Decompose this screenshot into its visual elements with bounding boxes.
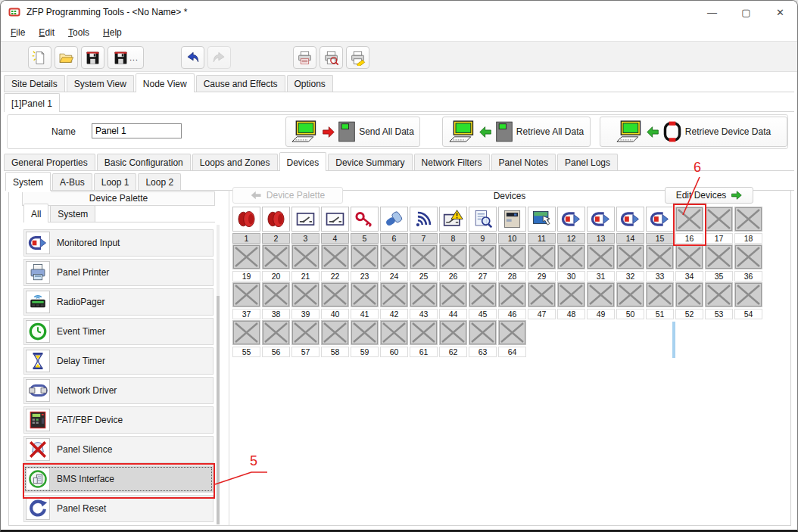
device-cell-42[interactable]: 42 [380, 282, 408, 319]
tab-devices[interactable]: Devices [279, 152, 327, 171]
device-cell-7[interactable]: 7 [410, 207, 438, 244]
device-cell-39[interactable]: 39 [291, 282, 320, 319]
device-cell-50[interactable]: 50 [616, 282, 644, 319]
menu-tools[interactable]: Tools [61, 25, 96, 40]
palette-tab-system[interactable]: System [50, 205, 95, 222]
tab-panel-notes[interactable]: Panel Notes [491, 154, 556, 171]
palette-item-monitored-input[interactable]: Monitored Input [23, 229, 214, 257]
tab-a-bus[interactable]: A-Bus [52, 173, 92, 191]
device-cell-58[interactable]: 58 [321, 320, 349, 357]
tab-system[interactable]: System [5, 172, 51, 191]
print-preview-button[interactable] [320, 46, 343, 69]
device-cell-15[interactable]: 15 [646, 207, 674, 244]
device-cell-40[interactable]: 40 [321, 282, 349, 319]
device-cell-45[interactable]: 45 [469, 282, 497, 319]
device-cell-62[interactable]: 62 [439, 320, 467, 357]
device-cell-8[interactable]: 8 [439, 207, 467, 244]
device-cell-21[interactable]: 21 [291, 244, 320, 282]
tab-loop-1[interactable]: Loop 1 [94, 173, 137, 191]
device-cell-9[interactable]: 9 [469, 207, 497, 244]
device-cell-57[interactable]: 57 [291, 320, 320, 357]
menu-file[interactable]: File [4, 25, 32, 40]
retrieve-all-data-button[interactable]: Retrieve All Data [442, 117, 591, 147]
tab-network-filters[interactable]: Network Filters [414, 154, 490, 171]
tab-loops-and-zones[interactable]: Loops and Zones [192, 154, 278, 171]
palette-item-event-timer[interactable]: Event Timer [23, 318, 214, 345]
retrieve-device-data-button[interactable]: Retrieve Device Data [600, 117, 787, 147]
device-cell-38[interactable]: 38 [262, 282, 290, 319]
device-cell-26[interactable]: 26 [439, 244, 467, 282]
edit-devices-button[interactable]: Edit Devices [665, 187, 753, 204]
device-cell-52[interactable]: 52 [675, 282, 703, 319]
device-cell-34[interactable]: 34 [675, 244, 703, 282]
tab-device-summary[interactable]: Device Summary [328, 154, 412, 171]
panel-name-input[interactable] [92, 123, 182, 138]
tab-system-view[interactable]: System View [67, 75, 134, 92]
minimize-button[interactable]: — [695, 1, 729, 23]
tab-panel-logs[interactable]: Panel Logs [557, 154, 618, 171]
palette-item-panel-silence[interactable]: Panel Silence [23, 436, 214, 463]
device-cell-31[interactable]: 31 [587, 244, 615, 282]
print-button[interactable] [293, 46, 316, 69]
device-cell-59[interactable]: 59 [351, 320, 379, 357]
device-cell-27[interactable]: 27 [469, 244, 497, 282]
device-cell-4[interactable]: 4 [321, 207, 349, 244]
palette-item-panel-printer[interactable]: Panel Printer [23, 259, 214, 286]
tab-site-details[interactable]: Site Details [4, 75, 65, 92]
device-cell-25[interactable]: 25 [410, 244, 438, 282]
tab-general-properties[interactable]: General Properties [4, 154, 95, 171]
device-cell-3[interactable]: 3 [291, 207, 320, 244]
device-cell-54[interactable]: 54 [734, 282, 762, 319]
tab-node-view[interactable]: Node View [136, 73, 195, 92]
palette-item-bms-interface[interactable]: BMS Interface [23, 465, 214, 493]
menu-edit[interactable]: Edit [32, 25, 61, 40]
device-cell-29[interactable]: 29 [528, 244, 556, 282]
device-cell-6[interactable]: 6 [380, 207, 408, 244]
device-cell-35[interactable]: 35 [705, 244, 733, 282]
device-cell-24[interactable]: 24 [380, 244, 408, 282]
device-cell-14[interactable]: 14 [616, 207, 644, 244]
device-cell-55[interactable]: 55 [232, 320, 260, 357]
device-cell-53[interactable]: 53 [705, 282, 733, 319]
undo-button[interactable] [181, 46, 204, 69]
device-cell-43[interactable]: 43 [410, 282, 438, 319]
device-cell-63[interactable]: 63 [469, 320, 497, 357]
palette-scrollbar-thumb[interactable] [217, 296, 220, 524]
tab-1-panel-1[interactable]: [1]Panel 1 [4, 93, 60, 112]
device-cell-13[interactable]: 13 [587, 207, 615, 244]
palette-item-network-driver[interactable]: Network Driver [23, 377, 214, 404]
device-cell-28[interactable]: 28 [498, 244, 526, 282]
device-cell-1[interactable]: 1 [232, 207, 260, 244]
maximize-button[interactable]: ▢ [729, 1, 763, 23]
palette-item-delay-timer[interactable]: Delay Timer [23, 347, 214, 375]
save-button[interactable]: ... [108, 46, 144, 69]
device-cell-23[interactable]: 23 [351, 244, 379, 282]
device-cell-18[interactable]: 18 [734, 207, 762, 244]
device-cell-11[interactable]: 11 [528, 207, 556, 244]
device-cell-32[interactable]: 32 [616, 244, 644, 282]
device-cell-36[interactable]: 36 [734, 244, 762, 282]
device-cell-22[interactable]: 22 [321, 244, 349, 282]
palette-item-radiopager[interactable]: RadioPager [23, 288, 214, 316]
device-cell-33[interactable]: 33 [646, 244, 674, 282]
device-cell-2[interactable]: 2 [262, 207, 290, 244]
device-cell-56[interactable]: 56 [262, 320, 290, 357]
device-cell-19[interactable]: 19 [232, 244, 260, 282]
device-cell-47[interactable]: 47 [528, 282, 556, 319]
device-cell-30[interactable]: 30 [557, 244, 585, 282]
close-button[interactable]: ✕ [763, 1, 797, 23]
device-cell-48[interactable]: 48 [557, 282, 585, 319]
print-export-button[interactable] [346, 46, 369, 69]
menu-help[interactable]: Help [96, 25, 129, 40]
device-cell-46[interactable]: 46 [498, 282, 526, 319]
device-cell-60[interactable]: 60 [380, 320, 408, 357]
new-doc-button[interactable] [28, 46, 51, 69]
device-cell-41[interactable]: 41 [351, 282, 379, 319]
device-cell-5[interactable]: 5 [351, 207, 379, 244]
device-palette-back-button[interactable]: Device Palette [232, 187, 343, 204]
device-cell-49[interactable]: 49 [587, 282, 615, 319]
palette-item-panel-reset[interactable]: Panel Reset [23, 495, 214, 522]
send-all-data-button[interactable]: Send All Data [285, 117, 420, 147]
device-cell-51[interactable]: 51 [646, 282, 674, 319]
device-cell-17[interactable]: 17 [705, 207, 733, 244]
